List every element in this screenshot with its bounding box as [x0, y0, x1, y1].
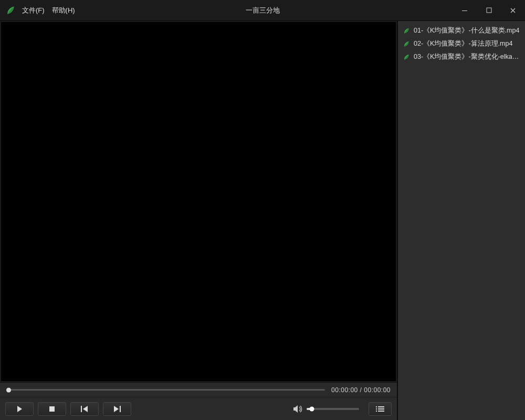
svg-rect-7 — [376, 408, 377, 410]
close-icon — [510, 7, 516, 14]
playlist-item-label: 01-《K均值聚类》-什么是聚类.mp4 — [414, 26, 519, 35]
maximize-icon — [486, 7, 492, 13]
svg-rect-5 — [376, 406, 377, 407]
svg-rect-2 — [49, 406, 55, 412]
playlist-panel: 01-《K均值聚类》-什么是聚类.mp4 02-《K均值聚类》-算法原理.mp4… — [398, 21, 525, 420]
volume-thumb[interactable] — [310, 406, 314, 411]
video-canvas[interactable] — [1, 22, 396, 381]
svg-rect-1 — [487, 8, 491, 13]
leaf-icon — [402, 27, 411, 35]
seek-thumb[interactable] — [6, 387, 11, 392]
playlist-item[interactable]: 01-《K均值聚类》-什么是聚类.mp4 — [398, 24, 525, 37]
progress-row: 00:00:00 / 00:00:00 — [0, 382, 397, 397]
svg-rect-8 — [378, 408, 384, 410]
main-area: 00:00:00 / 00:00:00 — [0, 21, 525, 420]
play-button[interactable] — [5, 402, 34, 416]
seek-bar[interactable] — [6, 389, 325, 391]
stop-button[interactable] — [38, 402, 66, 416]
close-button[interactable] — [501, 0, 525, 21]
minimize-button[interactable] — [453, 0, 477, 21]
menu-bar: 文件(F) 帮助(H) — [22, 6, 75, 15]
minimize-icon — [461, 7, 468, 14]
app-window: 文件(F) 帮助(H) 一亩三分地 00:00:00 — [0, 0, 525, 420]
title-bar: 文件(F) 帮助(H) 一亩三分地 — [0, 0, 525, 21]
next-button[interactable] — [103, 402, 131, 416]
playlist-item-label: 03-《K均值聚类》-聚类优化-elkan... — [414, 52, 521, 61]
playlist-toggle-button[interactable] — [369, 402, 392, 416]
playlist-item[interactable]: 03-《K均值聚类》-聚类优化-elkan... — [398, 50, 525, 64]
svg-rect-9 — [376, 411, 377, 412]
playlist-item-label: 02-《K均值聚类》-算法原理.mp4 — [414, 39, 512, 48]
leaf-icon — [402, 54, 411, 61]
volume-slider[interactable] — [307, 408, 359, 410]
time-separator: / — [358, 386, 364, 394]
window-title: 一亩三分地 — [0, 6, 525, 15]
window-controls — [453, 0, 525, 21]
controls-row — [0, 397, 397, 420]
previous-button[interactable] — [70, 402, 99, 416]
time-display: 00:00:00 / 00:00:00 — [331, 386, 391, 394]
app-logo — [0, 5, 21, 16]
svg-rect-6 — [378, 406, 384, 407]
menu-file[interactable]: 文件(F) — [22, 6, 45, 15]
stop-icon — [49, 406, 55, 412]
menu-help[interactable]: 帮助(H) — [52, 6, 75, 15]
previous-icon — [80, 405, 89, 413]
svg-rect-0 — [462, 10, 467, 11]
player-column: 00:00:00 / 00:00:00 — [0, 21, 398, 420]
leaf-icon — [5, 5, 16, 16]
svg-rect-4 — [120, 406, 121, 412]
next-icon — [113, 405, 121, 413]
leaf-icon — [402, 40, 411, 48]
current-time: 00:00:00 — [331, 386, 358, 394]
total-time: 00:00:00 — [364, 386, 391, 394]
svg-rect-10 — [378, 411, 384, 412]
playlist-item[interactable]: 02-《K均值聚类》-算法原理.mp4 — [398, 37, 525, 50]
svg-rect-3 — [81, 406, 82, 412]
volume-control — [293, 405, 359, 413]
playlist-icon — [376, 406, 384, 412]
play-icon — [16, 405, 23, 413]
maximize-button[interactable] — [477, 0, 501, 21]
volume-icon[interactable] — [293, 405, 302, 413]
